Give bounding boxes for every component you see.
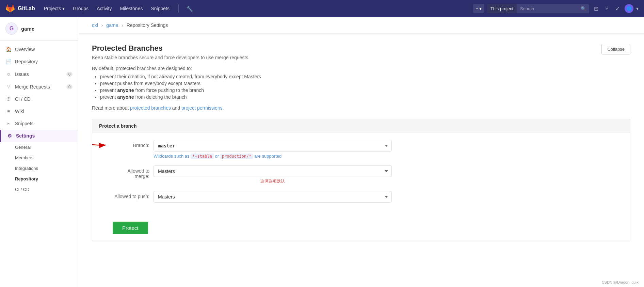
- sidebar-sub-ci-cd[interactable]: CI / CD: [15, 184, 78, 195]
- breadcrumb-game[interactable]: game: [106, 22, 118, 28]
- sidebar-item-repository[interactable]: 📄 Repository: [0, 55, 78, 68]
- sidebar-item-overview[interactable]: 🏠 Overview: [0, 43, 78, 55]
- allowed-merge-row: Allowed to merge: Masters 这俩选项默认: [99, 165, 623, 184]
- nav-groups[interactable]: Groups: [69, 4, 92, 13]
- section-title: Protected Branches: [92, 44, 249, 53]
- bullet-item-4: prevent anyone from deleting the branch: [100, 94, 630, 100]
- chevron-down-icon: ▾: [479, 6, 482, 11]
- bullet-item-1: prevent their creation, if not already c…: [100, 74, 630, 79]
- bullet-list: prevent their creation, if not already c…: [92, 74, 630, 100]
- snippets-icon: ✂: [5, 121, 12, 126]
- chevron-down-icon[interactable]: ▾: [636, 6, 639, 11]
- user-avatar[interactable]: 🌐: [625, 4, 633, 13]
- default-hint: 这俩选项默认: [154, 178, 392, 184]
- chevron-down-icon: ▾: [62, 6, 65, 11]
- issues-badge: 0: [66, 72, 73, 77]
- issues-icon: ○: [5, 71, 12, 77]
- protected-branches-link[interactable]: protected branches: [130, 105, 171, 111]
- sidebar-item-ci-cd[interactable]: ⏱ CI / CD: [0, 93, 78, 105]
- wildcard-example1: *-stable: [191, 154, 214, 159]
- sidebar-item-snippets[interactable]: ✂ Snippets: [0, 117, 78, 130]
- nav-divider: [178, 4, 179, 13]
- merge-request-icon[interactable]: ⑂: [603, 3, 611, 14]
- settings-submenu: General Members Integrations Repository …: [0, 142, 78, 195]
- sidebar-label-issues: Issues: [15, 71, 29, 77]
- protect-box-body: Branch: master Wildcards such as *-stabl…: [92, 133, 630, 216]
- sidebar-label-snippets: Snippets: [15, 121, 33, 126]
- search-scope-label[interactable]: This project: [487, 4, 517, 13]
- breadcrumb-current: Repository Settings: [127, 22, 168, 28]
- navbar-right: + ▾ This project 🔍 ⊟ ⑂ ✓ 🌐 ▾: [473, 3, 639, 14]
- sidebar-sub-repository[interactable]: Repository: [15, 174, 78, 184]
- sidebar-label-overview: Overview: [15, 47, 35, 52]
- wrench-icon[interactable]: 🔧: [184, 3, 195, 14]
- branch-label: Branch:: [113, 140, 154, 148]
- nav-activity[interactable]: Activity: [93, 4, 115, 13]
- ci-icon: ⏱: [5, 96, 12, 102]
- nav-links: Projects ▾ Groups Activity Milestones Sn…: [41, 4, 173, 13]
- new-item-button[interactable]: + ▾: [473, 4, 484, 13]
- brand-logo[interactable]: GitLab: [5, 4, 35, 13]
- sidebar-item-wiki[interactable]: ≡ Wiki: [0, 105, 78, 117]
- wildcard-example2: production/*: [220, 154, 253, 159]
- collapse-button[interactable]: Collapse: [601, 44, 630, 54]
- breadcrumb-sep-1: ›: [101, 22, 103, 28]
- sidebar-sub-members[interactable]: Members: [15, 153, 78, 163]
- project-permissions-link[interactable]: project permissions: [181, 105, 223, 111]
- breadcrumb-qxl[interactable]: qxl: [92, 22, 98, 28]
- page-layout: G game 🏠 Overview 📄 Repository ○ Issues …: [0, 17, 644, 287]
- section-title-area: Protected Branches Keep stable branches …: [92, 44, 249, 60]
- bullet-item-3: prevent anyone from force pushing to the…: [100, 87, 630, 93]
- protect-box: Protect a branch: [92, 119, 630, 241]
- project-avatar: G: [5, 22, 18, 35]
- sidebar: G game 🏠 Overview 📄 Repository ○ Issues …: [0, 17, 78, 287]
- nav-projects[interactable]: Projects ▾: [41, 4, 68, 13]
- info-intro: By default, protected branches are desig…: [92, 66, 630, 71]
- nav-milestones[interactable]: Milestones: [117, 4, 146, 13]
- sidebar-sub-integrations[interactable]: Integrations: [15, 163, 78, 174]
- sidebar-sub-general[interactable]: General: [15, 142, 78, 153]
- sidebar-label-repository: Repository: [15, 59, 38, 64]
- sidebar-toggle-icon[interactable]: ⊟: [592, 3, 600, 14]
- section-subtitle: Keep stable branches secure and force de…: [92, 55, 249, 60]
- content-area: Protected Branches Keep stable branches …: [78, 34, 644, 252]
- search-container: This project 🔍: [487, 4, 589, 13]
- sidebar-item-merge-requests[interactable]: ⑂ Merge Requests 0: [0, 81, 78, 93]
- footer-note: CSDN @Dragon_qu·x: [602, 280, 639, 284]
- settings-icon: ⚙: [6, 133, 13, 139]
- allowed-merge-field: Masters 这俩选项默认: [154, 165, 392, 184]
- merge-icon: ⑂: [5, 84, 12, 90]
- project-name: game: [21, 26, 34, 32]
- wiki-icon: ≡: [5, 109, 12, 114]
- merge-requests-badge: 0: [66, 84, 73, 89]
- protect-button[interactable]: Protect: [113, 222, 148, 234]
- allowed-push-row: Allowed to push: Masters: [99, 191, 623, 203]
- issues-icon[interactable]: ✓: [613, 3, 622, 14]
- file-icon: 📄: [5, 59, 12, 64]
- sidebar-header: G game: [0, 17, 78, 41]
- allowed-push-field: Masters: [154, 191, 392, 203]
- brand-name: GitLab: [18, 5, 35, 12]
- sidebar-label-ci-cd: CI / CD: [15, 96, 31, 102]
- breadcrumb: qxl › game › Repository Settings: [78, 17, 644, 34]
- search-button[interactable]: 🔍: [578, 4, 589, 13]
- sidebar-item-issues[interactable]: ○ Issues 0: [0, 68, 78, 81]
- protect-box-header: Protect a branch: [92, 119, 630, 133]
- nav-snippets[interactable]: Snippets: [147, 4, 173, 13]
- gitlab-icon: [5, 4, 15, 13]
- read-more: Read more about protected branches and p…: [92, 105, 630, 111]
- branch-select[interactable]: master: [154, 140, 392, 152]
- bullet-item-2: prevent pushes from everybody except Mas…: [100, 81, 630, 86]
- sidebar-item-settings[interactable]: ⚙ Settings: [0, 130, 78, 142]
- main-content: qxl › game › Repository Settings Protect…: [78, 17, 644, 287]
- allowed-push-label: Allowed to push:: [113, 191, 154, 199]
- sidebar-label-settings: Settings: [16, 133, 35, 139]
- sidebar-nav: 🏠 Overview 📄 Repository ○ Issues 0 ⑂ Mer…: [0, 41, 78, 197]
- allowed-merge-select[interactable]: Masters: [154, 165, 392, 177]
- sidebar-label-merge-requests: Merge Requests: [15, 84, 50, 90]
- top-navbar: GitLab Projects ▾ Groups Activity Milest…: [0, 0, 644, 17]
- protect-submit-area: Protect: [92, 216, 630, 241]
- search-input[interactable]: [517, 4, 578, 13]
- breadcrumb-sep-2: ›: [122, 22, 123, 28]
- allowed-push-select[interactable]: Masters: [154, 191, 392, 203]
